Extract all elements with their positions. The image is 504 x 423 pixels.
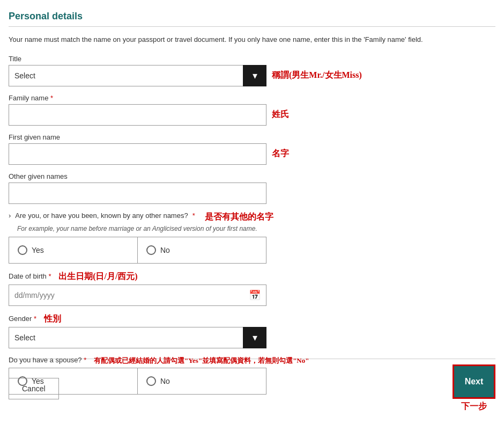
spouse-no-radio[interactable] (146, 376, 156, 386)
known-names-hint: For example, your name before marriage o… (17, 225, 495, 232)
info-text: Your name must match the name on your pa… (9, 34, 495, 45)
gender-required-star: * (34, 314, 36, 322)
other-given-names-field-group: Other given names (9, 172, 495, 204)
family-name-input[interactable] (9, 104, 266, 126)
dob-annotation: 出生日期(日/月/西元) (58, 271, 138, 282)
known-names-annotation: 是否有其他的名字 (205, 212, 273, 223)
page-title: Personal details (9, 11, 495, 27)
spouse-radio-group: Yes No (9, 368, 266, 395)
gender-label: Gender * 性別 (9, 313, 495, 325)
gender-select-container[interactable]: Select (9, 327, 266, 348)
known-names-section: › Are you, or have you been, known by an… (9, 212, 495, 264)
chevron-right-icon: › (9, 212, 11, 220)
known-names-question-text: Are you, or have you been, known by any … (15, 212, 188, 220)
title-annotation: 稱謂(男生Mr./女生Miss) (272, 70, 362, 81)
family-name-field-group: Family name * 姓氏 (9, 94, 495, 126)
spouse-annotation: 有配偶或已經結婚的人請勾選"Yes"並填寫配偶資料，若無則勾選"No" (94, 356, 309, 366)
known-names-required: * (192, 212, 195, 220)
dob-input[interactable] (9, 285, 243, 306)
first-given-name-annotation: 名字 (272, 148, 289, 159)
gender-dropdown-icon[interactable] (243, 327, 266, 348)
spouse-no-option[interactable]: No (137, 368, 266, 395)
spouse-yes-option[interactable]: Yes (9, 368, 137, 395)
family-name-annotation: 姓氏 (272, 109, 289, 120)
known-names-no-label: No (160, 246, 170, 254)
first-given-name-label: First given name (9, 133, 495, 141)
dob-label: Date of birth * 出生日期(日/月/西元) (9, 271, 495, 282)
known-names-question-row: › Are you, or have you been, known by an… (9, 212, 495, 223)
title-dropdown-icon[interactable] (243, 65, 266, 86)
spouse-yes-radio[interactable] (18, 376, 27, 386)
other-given-names-label: Other given names (9, 172, 495, 180)
dob-required-star: * (48, 272, 51, 280)
known-names-yes-radio[interactable] (18, 245, 27, 255)
gender-field-group: Gender * 性別 Select (9, 313, 495, 348)
known-names-no-radio[interactable] (146, 245, 156, 255)
title-field-group: Title Select 稱謂(男生Mr./女生Miss) (9, 55, 495, 86)
known-names-yes-option[interactable]: Yes (9, 237, 137, 264)
spouse-field-group: Do you have a spouse? * 有配偶或已經結婚的人請勾選"Ye… (9, 356, 495, 395)
known-names-radio-group: Yes No (9, 237, 266, 264)
known-names-yes-label: Yes (32, 246, 44, 254)
dob-field-group: Date of birth * 出生日期(日/月/西元) 📅 (9, 271, 495, 306)
title-label: Title (9, 55, 495, 63)
calendar-icon: 📅 (249, 289, 261, 301)
title-select-display[interactable]: Select (9, 65, 243, 86)
next-annotation: 下一步 (461, 401, 487, 412)
family-name-label: Family name * (9, 94, 495, 102)
known-names-no-option[interactable]: No (137, 237, 266, 264)
first-given-name-field-group: First given name 名字 (9, 133, 495, 165)
other-given-names-input[interactable] (9, 183, 266, 204)
gender-annotation: 性別 (44, 313, 61, 325)
spouse-label: Do you have a spouse? * 有配偶或已經結婚的人請勾選"Ye… (9, 356, 495, 366)
calendar-icon-button[interactable]: 📅 (243, 285, 266, 306)
spouse-required-star: * (84, 356, 86, 364)
spouse-yes-label: Yes (32, 377, 44, 385)
family-name-required: * (50, 94, 53, 102)
dob-input-container: 📅 (9, 285, 266, 306)
first-given-name-input[interactable] (9, 143, 266, 165)
gender-select-display[interactable]: Select (9, 327, 243, 348)
spouse-no-label: No (160, 377, 170, 385)
title-select-container[interactable]: Select (9, 65, 266, 86)
